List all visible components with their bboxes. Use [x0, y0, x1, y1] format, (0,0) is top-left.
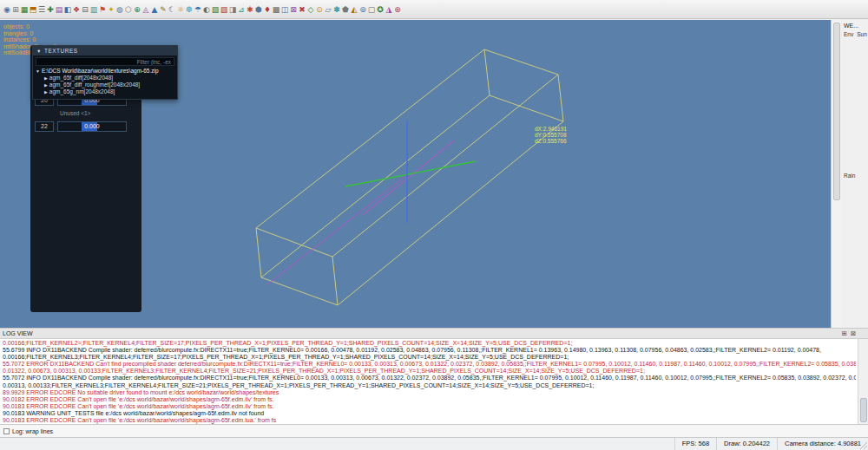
toolbar-icon[interactable]: ◍	[115, 1, 124, 18]
toolbar-icon[interactable]: ▢	[367, 1, 376, 18]
log-line: 0.00166;FILTER_KERNEL3;FILTER_KERNEL4;FI…	[3, 354, 856, 361]
toolbar-icon[interactable]: ⊿	[237, 1, 246, 18]
measure-line: dY:0.555708	[535, 132, 567, 138]
log-lines: 0.00166;FILTER_KERNEL2=;FILTER_KERNEL4;F…	[0, 339, 868, 424]
measure-readout: dX:2.946191 dY:0.555708 dZ:0.555766	[535, 126, 567, 144]
toolbar-icon[interactable]: ⊛	[393, 1, 402, 18]
tab-sun[interactable]: Sun	[857, 31, 867, 37]
texture-name: agm_65f_diff_roughmet[2048x2048]	[49, 82, 140, 88]
toolbar-icon[interactable]: ▥	[89, 1, 98, 18]
texture-tree-item[interactable]: ▶agm_65g_nm[2048x2048]	[36, 88, 175, 95]
log-line: 0.01322, 0.00673, 0.00313, 0.00133;FILTE…	[3, 368, 856, 375]
toolbar-icon[interactable]: ◮	[385, 1, 393, 18]
vertical-scrollbar[interactable]	[831, 20, 841, 328]
log-line: 90.0182 ERROR EDCORE Can't open file 'e:…	[3, 396, 856, 403]
toolbar-icon[interactable]: ▱	[324, 1, 332, 18]
toolbar-icon[interactable]: ⬡	[124, 1, 133, 18]
wrap-lines-checkbox[interactable]	[3, 428, 10, 434]
toolbar-icon[interactable]: ◭	[350, 1, 358, 18]
param-index: 22	[35, 121, 54, 132]
toolbar-icon[interactable]: ⊟	[81, 1, 89, 18]
main-toolbar: ◉ ⊞ ▦ ⬒ ☰ ✚ ▤ ◧ ❖ ⊟ ▥ ⚑ ✦ ◍ ⬡ ⊕ ◬ ▲ ✎ ☾ …	[0, 0, 868, 19]
toolbar-icon[interactable]: ◨	[228, 1, 237, 18]
texture-tree-item[interactable]: ▶agm_65f_diff[2048x2048]	[36, 75, 175, 82]
toolbar-icon[interactable]: ▤	[55, 1, 63, 18]
weather-panel: WE... Env Sun Rain	[841, 20, 868, 328]
toolbar-icon[interactable]: ▨	[220, 1, 228, 18]
toolbar-icon[interactable]: ✱	[246, 1, 254, 18]
measure-line: dZ:0.555766	[535, 138, 567, 144]
axis-gizmo	[266, 121, 476, 285]
log-area[interactable]: 0.00166;FILTER_KERNEL2=;FILTER_KERNEL4;F…	[0, 339, 868, 425]
toolbar-icon[interactable]: ▦	[20, 1, 29, 18]
log-line: 0.00166;FILTER_KERNEL2=;FILTER_KERNEL4;F…	[3, 340, 856, 347]
texture-filter-input[interactable]	[36, 57, 174, 66]
expand-arrow-icon[interactable]: ▶	[44, 75, 48, 81]
toolbar-icon[interactable]: ⊙	[315, 1, 324, 18]
toolbar-icon[interactable]: ♦	[263, 1, 272, 18]
toolbar-icon[interactable]: ✎	[159, 1, 168, 18]
toolbar-icon[interactable]: ⊚	[358, 1, 367, 18]
log-scrollbar-thumb[interactable]	[860, 398, 867, 422]
tab-env[interactable]: Env	[844, 31, 853, 37]
texture-tree-items: ▶agm_65f_diff[2048x2048] ▶agm_65f_diff_r…	[36, 75, 175, 95]
stat-line: triangles: 0	[3, 30, 56, 37]
toolbar-icon[interactable]: ⊠	[289, 1, 298, 18]
toolbar-icon[interactable]: ◇	[306, 1, 315, 18]
toolbar-icon[interactable]: ☾	[168, 1, 176, 18]
toolbar-icon[interactable]: ☂	[194, 1, 202, 18]
expand-arrow-icon[interactable]: ▶	[44, 89, 48, 95]
toolbar-icon[interactable]: ✚	[46, 1, 55, 18]
log-line: 90.0183 ERROR EDCORE Can't open file 'e:…	[3, 403, 856, 410]
toolbar-icon[interactable]: ❖	[72, 1, 81, 18]
toolbar-icon[interactable]: ⬟	[341, 1, 350, 18]
toolbar-icon[interactable]: ❆	[185, 1, 194, 18]
log-scrollbar[interactable]	[858, 339, 868, 425]
texture-name: agm_65g_nm[2048x2048]	[49, 88, 115, 95]
unused-label: Unused <1>	[60, 110, 90, 116]
toolbar-icon[interactable]: ⚑	[98, 1, 107, 18]
scrollbar-thumb[interactable]	[833, 23, 840, 200]
textures-titlebar[interactable]: ▼TEXTURES	[33, 46, 177, 55]
toolbar-icon[interactable]: ✦	[107, 1, 115, 18]
expand-arrow-icon[interactable]: ▶	[44, 82, 48, 88]
toolbar-icon[interactable]: ✪	[376, 1, 385, 18]
toolbar-icon[interactable]: ◉	[3, 1, 11, 18]
expand-arrow-icon[interactable]: ▼	[36, 68, 40, 74]
weather-panel-title: WE...	[841, 20, 868, 29]
status-bar: FPS: 568 Draw: 0.204422 Camera distance:…	[0, 437, 868, 450]
toolbar-icon[interactable]: ◫	[280, 1, 289, 18]
status-segment: FPS: 568	[674, 438, 716, 450]
toolbar-icon[interactable]: ▧	[211, 1, 220, 18]
toolbar-icon[interactable]: ⊕	[133, 1, 141, 18]
log-panel-button-icon[interactable]: ⊞	[841, 329, 846, 339]
toolbar-icon[interactable]: ☼	[176, 1, 185, 18]
param-value-field[interactable]: 0.000	[57, 121, 127, 132]
toolbar-icon[interactable]: ☰	[37, 1, 46, 18]
toolbar-icon[interactable]: ⊞	[11, 1, 20, 18]
status-segment: Draw: 0.204422	[716, 438, 777, 450]
toolbar-icon[interactable]: ⬒	[29, 1, 37, 18]
toolbar-icon[interactable]: ▩	[272, 1, 280, 18]
log-line: 55.7072 INFO DX11BACKEND Compile shader:…	[3, 375, 856, 382]
collapse-arrow-icon[interactable]: ▼	[36, 49, 42, 54]
toolbar-icon[interactable]: ◐	[202, 1, 211, 18]
texture-root-path: E:\DCS World\bazar\world\textures\agm-65…	[42, 68, 159, 74]
texture-name: agm_65f_diff[2048x2048]	[49, 75, 113, 81]
wrap-lines-label: Log: wrap lines	[12, 428, 53, 434]
texture-tree: ▼E:\DCS World\bazar\world\textures\agm-6…	[33, 68, 177, 99]
toolbar-icon[interactable]: ✽	[332, 1, 341, 18]
toolbar-icon[interactable]: ◧	[63, 1, 72, 18]
rain-label: Rain	[844, 173, 855, 179]
log-line: 0.00313, 0.00133;FILTER_KERNEL3;FILTER_K…	[3, 382, 856, 389]
toolbar-icon[interactable]: ▲	[150, 1, 159, 18]
texture-tree-item[interactable]: ▶agm_65f_diff_roughmet[2048x2048]	[36, 82, 175, 88]
texture-tree-root[interactable]: ▼E:\DCS World\bazar\world\textures\agm-6…	[36, 68, 175, 75]
toolbar-icon[interactable]: ◬	[141, 1, 150, 18]
log-line: 55.7072 ERROR DX11BACKEND Can't find pre…	[3, 361, 856, 368]
toolbar-icon[interactable]: ⬢	[254, 1, 263, 18]
toolbar-icon[interactable]: ✖	[298, 1, 306, 18]
log-panel-button-icon[interactable]: ⊠	[851, 329, 856, 339]
log-line: 90.0183 WARNING UNIT_TESTS file e:/dcs w…	[3, 410, 856, 417]
log-line: 89.9929 ERROR EDCORE No suitable driver …	[3, 389, 856, 396]
